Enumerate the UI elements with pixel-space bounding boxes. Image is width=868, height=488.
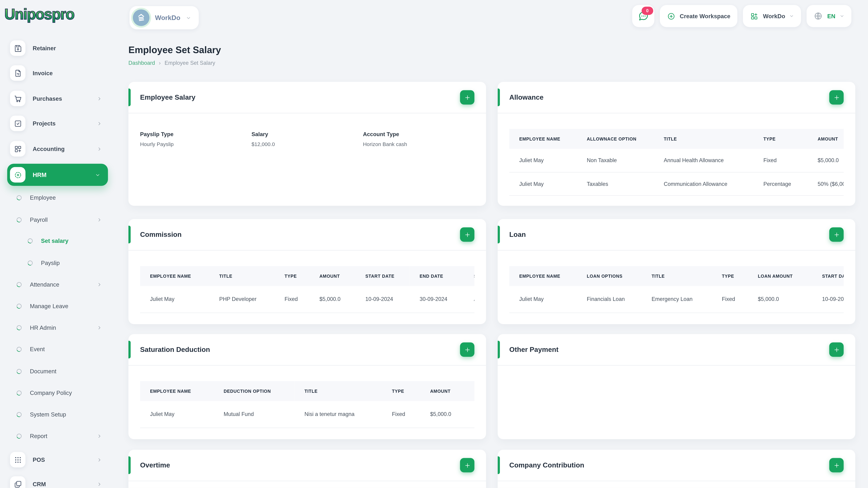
card-title: Company Contribution <box>509 461 584 469</box>
field-value: $12,000.0 <box>252 141 363 147</box>
bullet-ring-icon <box>16 281 22 288</box>
bullet-ring-icon <box>16 302 22 309</box>
field-label: Account Type <box>363 131 474 137</box>
sidebar-item-label: Company Policy <box>30 389 72 396</box>
create-workspace-button[interactable]: Create Workspace <box>660 5 738 27</box>
sidebar-item-pos[interactable]: POS <box>4 449 108 470</box>
sidebar-item-set-salary[interactable]: Set salary <box>4 233 108 249</box>
column-header: STATUS <box>464 266 474 286</box>
employee-salary-card: Employee Salary Payslip TypeHourly Paysl… <box>128 82 486 206</box>
add-employee-salary-button[interactable] <box>460 90 474 104</box>
sidebar-item-hrm[interactable]: HRM <box>7 164 108 186</box>
building-icon <box>133 9 150 26</box>
sidebar-item-attendance[interactable]: Attendance <box>4 276 108 292</box>
target-icon <box>13 171 22 179</box>
saturation-deduction-card: Saturation Deduction EMPLOYEE NAMEDEDUCT… <box>128 334 486 439</box>
sidebar-item-label: Report <box>30 432 47 439</box>
table-cell: Mutual Fund <box>214 401 294 428</box>
card-title: Other Payment <box>509 346 559 354</box>
chevron-down-icon <box>790 14 794 18</box>
sidebar-item-invoice[interactable]: Invoice <box>4 62 108 84</box>
table-cell: Nisi a tenetur magna <box>294 401 382 428</box>
breadcrumb-separator: › <box>159 60 161 66</box>
chevron-right-icon <box>97 147 102 151</box>
workspace-chip[interactable]: WorkDo <box>129 6 198 29</box>
card-title: Overtime <box>140 461 170 469</box>
messages-count-badge: 0 <box>642 7 653 15</box>
plus-icon <box>833 346 840 353</box>
plus-icon <box>833 231 840 238</box>
workdo-menu-button[interactable]: WorkDo <box>743 5 801 27</box>
field-value: Horizon Bank cash <box>363 141 474 147</box>
sidebar-item-payroll[interactable]: Payroll <box>4 212 108 227</box>
sidebar-item-report[interactable]: Report <box>4 428 108 444</box>
workdo-menu-label: WorkDo <box>763 13 785 20</box>
create-workspace-label: Create Workspace <box>680 13 731 20</box>
add-commission-button[interactable] <box>460 227 474 241</box>
sidebar-item-label: HRM <box>33 171 46 178</box>
sidebar-item-label: Event <box>30 346 45 352</box>
sidebar-item-payslip[interactable]: Payslip <box>4 255 108 271</box>
field-label: Payslip Type <box>140 131 252 137</box>
invoice-icon <box>13 69 22 77</box>
table-cell: Fixed <box>275 286 309 313</box>
add-company-contribution-button[interactable] <box>829 458 843 473</box>
sidebar-item-manage-leave[interactable]: Manage Leave <box>4 298 108 314</box>
plus-icon <box>464 94 471 101</box>
breadcrumb-dashboard-link[interactable]: Dashboard <box>128 60 155 66</box>
sidebar-item-crm[interactable]: CRM <box>4 473 108 488</box>
table-cell: Juliet May <box>509 286 577 313</box>
add-other-payment-button[interactable] <box>829 342 843 357</box>
table-cell: $5,000.0 <box>748 286 812 313</box>
other-payment-card: Other Payment <box>498 334 855 439</box>
sidebar-item-label: HR Admin <box>30 324 56 331</box>
column-header: START DATE <box>812 266 843 286</box>
sidebar-item-label: Payroll <box>30 216 48 223</box>
table-row: Juliet MayFinancials LoanEmergency LoanF… <box>509 286 844 313</box>
chevron-right-icon <box>97 217 102 222</box>
sidebar-item-system-setup[interactable]: System Setup <box>4 406 108 422</box>
sidebar-item-label: System Setup <box>30 411 66 418</box>
column-header: START DATE <box>355 266 409 286</box>
chevron-right-icon <box>97 121 102 126</box>
column-header: TITLE <box>209 266 275 286</box>
add-overtime-button[interactable] <box>460 458 474 473</box>
column-header: END DATE <box>410 266 464 286</box>
add-allowance-button[interactable] <box>829 90 843 104</box>
sidebar-item-company-policy[interactable]: Company Policy <box>4 385 108 400</box>
sidebar-item-document[interactable]: Document <box>4 363 108 379</box>
sidebar-item-purchases[interactable]: Purchases <box>4 88 108 109</box>
column-header: TYPE <box>712 266 748 286</box>
table-row: Juliet MayNon TaxableAnnual Health Allow… <box>509 149 844 172</box>
column-header: ACTION <box>468 381 474 401</box>
sidebar-item-retainer[interactable]: Retainer <box>4 37 108 59</box>
salary-field: Account TypeHorizon Bank cash <box>363 131 474 147</box>
loan-card: Loan EMPLOYEE NAMELOAN OPTIONSTITLETYPEL… <box>498 219 855 324</box>
column-header: AMOUNT <box>420 381 468 401</box>
table-cell: 10-09-2024 <box>812 286 843 313</box>
add-loan-button[interactable] <box>829 227 843 241</box>
sidebar-item-projects[interactable]: Projects <box>4 112 108 134</box>
card-title: Loan <box>509 231 526 238</box>
card-title: Allowance <box>509 94 544 101</box>
language-button[interactable]: EN <box>807 5 851 27</box>
sidebar-item-label: Accounting <box>33 145 64 152</box>
messages-button[interactable]: 0 <box>632 5 654 27</box>
card-title: Commission <box>140 231 182 238</box>
table-cell: $5,000.0 <box>808 149 843 172</box>
company-contribution-card: Company Contribution <box>498 450 855 488</box>
sidebar-item-hr-admin[interactable]: HR Admin <box>4 320 108 335</box>
add-saturation-deduction-button[interactable] <box>460 342 474 357</box>
sidebar-item-accounting[interactable]: Accounting <box>4 138 108 160</box>
breadcrumb: Dashboard › Employee Set Salary <box>128 60 215 66</box>
sidebar-item-label: Projects <box>33 120 56 127</box>
column-header: EMPLOYEE NAME <box>509 266 577 286</box>
page-title: Employee Set Salary <box>128 45 221 56</box>
sidebar-item-event[interactable]: Event <box>4 341 108 357</box>
sidebar-item-employee[interactable]: Employee <box>4 190 108 205</box>
bullet-ring-icon <box>27 259 33 266</box>
sidebar-item-label: Invoice <box>33 70 53 76</box>
column-header: LOAN AMOUNT <box>748 266 812 286</box>
sidebar-item-label: CRM <box>33 481 46 487</box>
commission-card: Commission EMPLOYEE NAMETITLETYPEAMOUNTS… <box>128 219 486 324</box>
